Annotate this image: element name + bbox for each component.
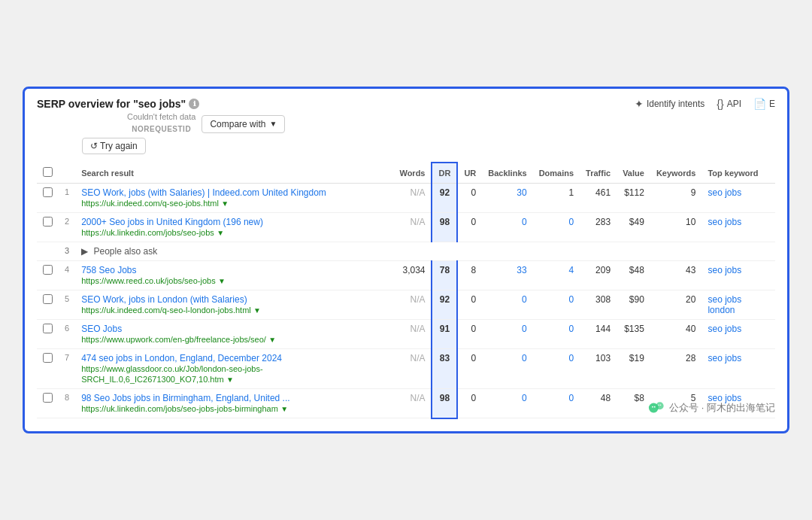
row-backlinks[interactable]: 0	[482, 389, 532, 418]
row-check-cell[interactable]	[37, 389, 59, 418]
url-expand-arrow[interactable]: ▼	[221, 199, 229, 208]
row-value: $90	[617, 290, 650, 320]
row-traffic: 48	[580, 389, 617, 418]
words-value: N/A	[410, 217, 425, 227]
select-all-checkbox[interactable]	[43, 167, 53, 177]
col-num	[59, 163, 75, 184]
row-domains: 4	[533, 261, 580, 290]
compare-with-label: Compare with	[210, 119, 265, 129]
backlinks-value: 0	[522, 353, 527, 363]
row-number: 4	[59, 261, 75, 290]
result-title-link[interactable]: 2000+ Seo jobs in United Kingdom (196 ne…	[81, 217, 263, 227]
row-checkbox[interactable]	[43, 353, 53, 363]
result-url[interactable]: https://uk.indeed.com/q-seo-l-london-job…	[81, 306, 251, 315]
col-value: Value	[617, 163, 650, 184]
result-url[interactable]: https://uk.indeed.com/q-seo-jobs.html	[81, 199, 219, 208]
row-backlinks[interactable]: 30	[482, 184, 532, 213]
row-traffic: 308	[580, 290, 617, 320]
compare-with-button[interactable]: Compare with ▼	[201, 115, 285, 133]
row-backlinks[interactable]: 0	[482, 349, 532, 389]
result-url[interactable]: https://www.reed.co.uk/jobs/seo-jobs	[81, 276, 216, 285]
row-domains: 0	[533, 320, 580, 349]
url-expand-arrow[interactable]: ▼	[217, 229, 224, 237]
row-check	[37, 242, 59, 261]
row-backlinks[interactable]: 33	[482, 261, 532, 290]
try-again-button[interactable]: ↺ Try again	[82, 138, 146, 154]
row-check-cell[interactable]	[37, 213, 59, 242]
result-title-link[interactable]: SEO Work, jobs in London (with Salaries)	[81, 294, 247, 305]
row-keywords: 9	[650, 184, 702, 213]
svg-point-5	[660, 404, 661, 405]
url-expand-arrow[interactable]: ▼	[253, 306, 261, 315]
row-check-cell[interactable]	[37, 290, 59, 320]
row-checkbox[interactable]	[43, 217, 53, 227]
row-backlinks[interactable]: 0	[482, 213, 532, 242]
backlinks-value: 0	[522, 324, 527, 334]
col-backlinks: Backlinks	[482, 163, 532, 184]
url-expand-arrow[interactable]: ▼	[268, 336, 276, 344]
expand-icon[interactable]: ▶	[81, 246, 88, 257]
info-icon[interactable]: ℹ	[189, 99, 199, 109]
backlinks-value: 0	[522, 217, 527, 227]
result-title-link[interactable]: 758 Seo Jobs	[81, 265, 136, 275]
table-wrapper: Search result Words DR UR Backlinks Doma…	[37, 162, 775, 419]
svg-point-3	[654, 406, 656, 407]
row-checkbox[interactable]	[43, 265, 53, 275]
backlinks-value[interactable]: 33	[517, 265, 526, 275]
result-url[interactable]: https://uk.linkedin.com/jobs/seo-jobs-jo…	[81, 404, 278, 413]
row-checkbox[interactable]	[43, 187, 53, 197]
words-value: N/A	[410, 353, 425, 363]
api-icon: {}	[717, 98, 723, 110]
row-num: 3	[59, 242, 75, 261]
export-action[interactable]: 📄 E	[753, 98, 775, 110]
row-ur: 0	[457, 213, 482, 242]
row-ur: 0	[457, 290, 482, 320]
row-keywords: 43	[650, 261, 702, 290]
row-check-cell[interactable]	[37, 184, 59, 213]
backlinks-value[interactable]: 30	[517, 187, 526, 198]
row-check-cell[interactable]	[37, 261, 59, 290]
row-checkbox[interactable]	[43, 294, 53, 304]
col-check	[37, 163, 59, 184]
row-value: $49	[617, 213, 650, 242]
title-text: SERP overview for "seo jobs"	[37, 98, 186, 110]
row-top-keyword: seo jobs	[701, 320, 775, 349]
row-backlinks[interactable]: 0	[482, 320, 532, 349]
table-body: 1 SEO Work, jobs (with Salaries) | Indee…	[37, 184, 775, 418]
result-url[interactable]: https://www.glassdoor.co.uk/Job/london-s…	[81, 364, 263, 384]
row-ur: 0	[457, 320, 482, 349]
row-number: 1	[59, 184, 75, 213]
row-top-keyword: seo jobs london	[701, 290, 775, 320]
result-url[interactable]: https://www.upwork.com/en-gb/freelance-j…	[81, 335, 266, 344]
api-action[interactable]: {} API	[717, 98, 741, 110]
url-expand-arrow[interactable]: ▼	[218, 277, 226, 285]
identify-intents-action[interactable]: ✦ Identify intents	[635, 98, 704, 110]
url-expand-arrow[interactable]: ▼	[226, 376, 234, 384]
url-expand-arrow[interactable]: ▼	[280, 405, 288, 413]
row-checkbox[interactable]	[43, 324, 53, 333]
row-top-keyword: seo jobs	[701, 349, 775, 389]
serp-table: Search result Words DR UR Backlinks Doma…	[37, 162, 775, 419]
row-top-keyword: seo jobs	[701, 213, 775, 242]
row-number: 2	[59, 213, 75, 242]
col-words: Words	[393, 163, 432, 184]
backlinks-value: 0	[522, 294, 527, 305]
row-top-keyword: seo jobs	[701, 261, 775, 290]
result-url[interactable]: https://uk.linkedin.com/jobs/seo-jobs	[81, 228, 214, 237]
result-title-link[interactable]: 474 seo jobs in London, England, Decembe…	[81, 353, 282, 363]
row-search-result: 2000+ Seo jobs in United Kingdom (196 ne…	[75, 213, 393, 242]
row-traffic: 103	[580, 349, 617, 389]
fetch-error-block: Couldn't fetch data NOREQUESTID	[82, 111, 195, 135]
backlinks-value: 0	[522, 393, 527, 403]
row-dr: 78	[432, 261, 457, 290]
row-top-keyword: seo jobs	[701, 184, 775, 213]
result-title-link[interactable]: 98 Seo Jobs jobs in Birmingham, England,…	[81, 393, 290, 403]
export-label: E	[769, 99, 775, 109]
result-title-link[interactable]: SEO Jobs	[81, 324, 122, 334]
row-backlinks[interactable]: 0	[482, 290, 532, 320]
row-checkbox[interactable]	[43, 393, 53, 403]
row-dr: 91	[432, 320, 457, 349]
row-check-cell[interactable]	[37, 320, 59, 349]
row-check-cell[interactable]	[37, 349, 59, 389]
result-title-link[interactable]: SEO Work, jobs (with Salaries) | Indeed.…	[81, 187, 326, 198]
